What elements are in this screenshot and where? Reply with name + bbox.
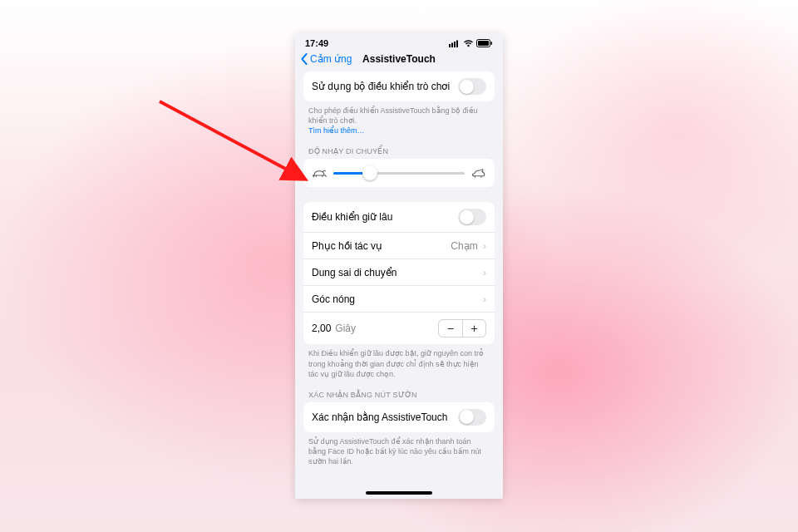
row-label: Điều khiển giữ lâu: [312, 211, 392, 223]
rabbit-icon: [471, 167, 486, 179]
row-game-controller[interactable]: Sử dụng bộ điều khiển trò chơi: [303, 71, 495, 101]
row-label: Dung sai di chuyển: [312, 267, 397, 278]
group-dwell: Điều khiển giữ lâu Phục hồi tác vụ Chạm …: [303, 202, 495, 344]
row-label: Xác nhận bằng AssistiveTouch: [312, 411, 447, 423]
group-game-controller: Sử dụng bộ điều khiển trò chơi: [303, 71, 495, 101]
stepper-plus[interactable]: +: [462, 320, 485, 337]
status-bar: 17:49: [295, 33, 503, 50]
toggle-game-controller[interactable]: [458, 78, 486, 95]
chevron-right-icon: ›: [483, 240, 486, 251]
chevron-right-icon: ›: [483, 293, 486, 304]
row-restore-action[interactable]: Phục hồi tác vụ Chạm ›: [303, 232, 495, 259]
caption-game-controller: Cho phép điều khiển AssistiveTouch bằng …: [295, 101, 503, 139]
status-indicators: [449, 39, 493, 47]
seconds-value: 2,00: [312, 323, 331, 334]
toggle-confirm-assistivetouch[interactable]: [458, 409, 486, 426]
chevron-right-icon: ›: [483, 267, 486, 278]
learn-more-link[interactable]: Tìm hiểu thêm…: [308, 126, 365, 135]
stepper-minus[interactable]: −: [439, 320, 462, 337]
caption-dwell: Khi Điều khiển giữ lâu được bật, giữ ngu…: [295, 344, 503, 382]
row-move-tolerance[interactable]: Dung sai di chuyển ›: [303, 259, 495, 285]
group-tracking-slider: [303, 159, 495, 187]
header-side-button: XÁC NHẬN BẰNG NÚT SƯỜN: [295, 382, 503, 402]
row-label: Sử dụng bộ điều khiển trò chơi: [312, 81, 450, 92]
svg-rect-0: [449, 44, 451, 47]
nav-bar: Cảm ứng AssistiveTouch: [295, 50, 503, 71]
svg-rect-2: [454, 42, 456, 47]
row-label: Phục hồi tác vụ: [312, 240, 382, 252]
seconds-stepper: − +: [438, 319, 486, 337]
svg-rect-1: [451, 43, 453, 48]
seconds-unit: Giây: [335, 323, 356, 334]
chevron-left-icon: [300, 53, 308, 65]
svg-rect-6: [491, 42, 493, 45]
toggle-hold-control[interactable]: [458, 209, 486, 225]
wifi-icon: [463, 39, 474, 47]
group-side-button: Xác nhận bằng AssistiveTouch: [303, 402, 495, 432]
back-button[interactable]: Cảm ứng: [300, 53, 352, 65]
turtle-icon: [312, 167, 327, 179]
back-label: Cảm ứng: [310, 53, 352, 65]
caption-side-button: Sử dụng AssistiveTouch để xác nhận thanh…: [295, 432, 503, 470]
content-scroll[interactable]: Sử dụng bộ điều khiển trò chơi Cho phép …: [295, 71, 503, 499]
row-hot-corners[interactable]: Góc nóng ›: [303, 285, 495, 312]
slider-track[interactable]: [333, 172, 465, 175]
slider-thumb[interactable]: [362, 165, 377, 180]
signal-icon: [449, 39, 461, 47]
annotation-arrow: [156, 98, 314, 190]
row-confirm-assistivetouch[interactable]: Xác nhận bằng AssistiveTouch: [303, 402, 495, 432]
row-value: Chạm: [451, 240, 477, 252]
tracking-slider[interactable]: [303, 159, 495, 187]
row-hold-control[interactable]: Điều khiển giữ lâu: [303, 202, 495, 232]
status-time: 17:49: [305, 38, 328, 48]
header-tracking-sensitivity: ĐỘ NHẠY DI CHUYỂN: [295, 139, 503, 159]
home-indicator[interactable]: [366, 491, 432, 495]
battery-icon: [476, 39, 493, 47]
svg-rect-5: [478, 41, 489, 46]
svg-line-7: [160, 101, 303, 178]
row-seconds: 2,00 Giây − +: [303, 312, 495, 344]
row-label: Góc nóng: [312, 293, 355, 305]
phone-frame: 17:49 Cảm ứng AssistiveTouch Sử dụng bộ …: [295, 33, 503, 499]
svg-rect-3: [456, 41, 458, 48]
